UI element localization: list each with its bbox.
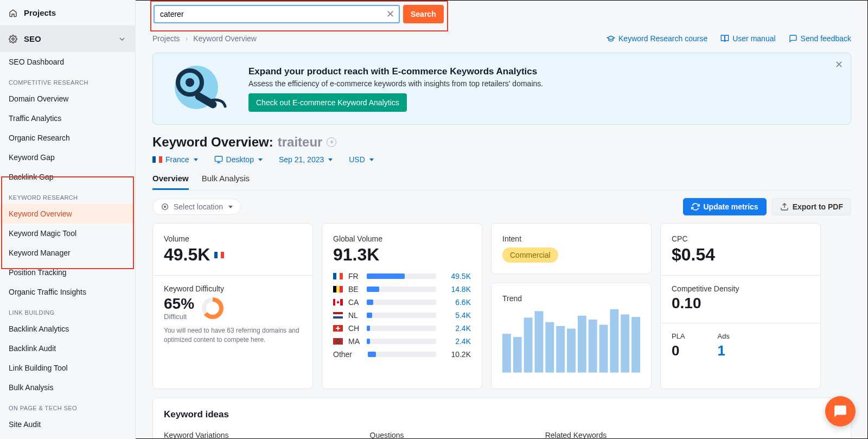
chevron-down-icon xyxy=(118,35,126,43)
search-button[interactable]: Search xyxy=(403,5,444,23)
sidebar-item[interactable]: Listing Management xyxy=(0,434,135,439)
volume-label: Volume xyxy=(164,234,302,243)
ideas-title: Keyword ideas xyxy=(164,409,840,420)
sidebar-item[interactable]: Link Building Tool xyxy=(0,358,135,378)
link-send-feedback[interactable]: Send feedback xyxy=(789,34,851,43)
flag-ca-icon xyxy=(333,299,343,306)
sidebar-heading: LINK BUILDING xyxy=(0,302,135,319)
volume-value[interactable]: 49.5K xyxy=(442,272,471,281)
sidebar-item[interactable]: Traffic Analytics xyxy=(0,109,135,128)
sidebar-heading: KEYWORD RESEARCH xyxy=(0,187,135,204)
volume-value[interactable]: 5.4K xyxy=(442,311,471,320)
svg-point-0 xyxy=(12,38,14,40)
search-area: ✕ Search xyxy=(154,5,444,23)
monitor-icon xyxy=(214,155,223,164)
home-icon xyxy=(9,9,17,17)
global-row: MA 2.4K xyxy=(333,337,471,346)
volume-value[interactable]: 14.8K xyxy=(442,285,471,294)
link-user-manual[interactable]: User manual xyxy=(720,34,775,43)
filter-date[interactable]: Sep 21, 2023 xyxy=(279,155,333,164)
sidebar-projects-label: Projects xyxy=(24,8,56,17)
sidebar-item[interactable]: Bulk Analysis xyxy=(0,378,135,397)
filter-device[interactable]: Desktop xyxy=(214,155,263,164)
country-code: MA xyxy=(348,337,361,346)
card-global-volume: Global Volume 91.3K FR 49.5K BE 14.8K CA… xyxy=(322,223,482,389)
sidebar-item[interactable]: Keyword Manager xyxy=(0,243,135,263)
cd-value: 0.10 xyxy=(672,295,809,312)
card-cpc: CPC $0.54 Competitive Density 0.10 PLA 0… xyxy=(660,223,821,389)
target-icon xyxy=(161,202,169,211)
tab-bulk-analysis[interactable]: Bulk Analysis xyxy=(202,174,250,190)
volume-value[interactable]: 2.4K xyxy=(442,324,471,333)
svg-rect-20 xyxy=(631,317,640,372)
volume-bar xyxy=(367,273,436,279)
svg-rect-18 xyxy=(610,309,618,373)
breadcrumb-root[interactable]: Projects xyxy=(152,34,180,43)
card-intent: Intent Commercial xyxy=(491,223,652,274)
location-select[interactable]: Select location xyxy=(152,199,241,215)
sidebar: Projects SEO SEO Dashboard COMPETITIVE R… xyxy=(0,0,136,439)
sidebar-seo[interactable]: SEO xyxy=(0,26,135,52)
book-icon xyxy=(720,34,729,43)
intent-pill: Commercial xyxy=(502,247,558,263)
promo-title: Expand your product reach with E-commerc… xyxy=(248,66,543,77)
svg-rect-15 xyxy=(578,316,586,373)
sidebar-projects[interactable]: Projects xyxy=(0,0,135,26)
sidebar-item[interactable]: Position Tracking xyxy=(0,263,135,282)
promo-cta-button[interactable]: Check out E-commerce Keyword Analytics xyxy=(248,93,407,112)
add-keyword-icon[interactable]: + xyxy=(327,137,336,147)
volume-value[interactable]: 2.4K xyxy=(442,337,471,346)
ideas-col: Related Keywords xyxy=(545,431,607,439)
page-title: Keyword Overview: traiteur + xyxy=(152,135,851,150)
sidebar-item-keyword-overview[interactable]: Keyword Overview xyxy=(0,204,135,224)
svg-rect-11 xyxy=(535,311,544,372)
card-trend: Trend xyxy=(491,283,652,389)
clear-search-icon[interactable]: ✕ xyxy=(386,8,394,20)
page-keyword: traiteur xyxy=(278,135,323,150)
export-pdf-button[interactable]: Export to PDF xyxy=(772,198,851,215)
refresh-icon xyxy=(691,202,700,211)
sidebar-seo-label: SEO xyxy=(24,34,41,43)
sidebar-item[interactable]: Keyword Gap xyxy=(0,148,135,167)
sidebar-heading: COMPETITIVE RESEARCH xyxy=(0,72,135,89)
sidebar-item-seo-dashboard[interactable]: SEO Dashboard xyxy=(0,52,135,72)
global-row: BE 14.8K xyxy=(333,285,471,294)
pla-value: 0 xyxy=(672,342,685,359)
card-keyword-ideas: Keyword ideas Keyword Variations Questio… xyxy=(152,398,851,439)
global-label: Global Volume xyxy=(333,234,471,243)
cpc-value: $0.54 xyxy=(672,245,809,264)
kd-description: You will need to have 63 referring domai… xyxy=(164,326,302,345)
filter-currency[interactable]: USD xyxy=(349,155,374,164)
sidebar-item[interactable]: Backlink Gap xyxy=(0,167,135,187)
global-row-other: Other 10.2K xyxy=(333,350,471,359)
sidebar-item[interactable]: Organic Traffic Insights xyxy=(0,282,135,302)
link-keyword-course[interactable]: Keyword Research course xyxy=(607,34,707,43)
kd-value: 65% xyxy=(164,295,194,313)
svg-rect-16 xyxy=(589,320,597,373)
gear-icon xyxy=(9,35,17,43)
search-input[interactable] xyxy=(159,9,386,19)
sidebar-item[interactable]: Site Audit xyxy=(0,415,135,434)
sidebar-item[interactable]: Organic Research xyxy=(0,128,135,148)
search-input-wrap: ✕ xyxy=(154,5,400,23)
upload-icon xyxy=(780,202,789,211)
promo-illustration xyxy=(164,63,234,114)
global-row: CA 6.6K xyxy=(333,298,471,307)
sidebar-item[interactable]: Domain Overview xyxy=(0,89,135,109)
sidebar-item[interactable]: Backlink Audit xyxy=(0,339,135,358)
global-row: NL 5.4K xyxy=(333,311,471,320)
volume-value[interactable]: 6.6K xyxy=(442,298,471,307)
sidebar-item[interactable]: Backlink Analytics xyxy=(0,319,135,339)
country-code: CA xyxy=(348,298,361,307)
flag-fr-icon xyxy=(214,252,224,258)
cd-label: Competitive Density xyxy=(672,284,809,293)
promo-close-icon[interactable]: ✕ xyxy=(835,59,843,71)
update-metrics-button[interactable]: Update metrics xyxy=(683,198,767,215)
filter-country[interactable]: France xyxy=(152,155,198,164)
sidebar-item[interactable]: Keyword Magic Tool xyxy=(0,224,135,243)
tab-overview[interactable]: Overview xyxy=(152,174,189,190)
svg-rect-17 xyxy=(599,325,608,372)
svg-rect-10 xyxy=(524,317,533,372)
volume-bar xyxy=(367,287,436,292)
chat-fab[interactable] xyxy=(825,396,856,427)
